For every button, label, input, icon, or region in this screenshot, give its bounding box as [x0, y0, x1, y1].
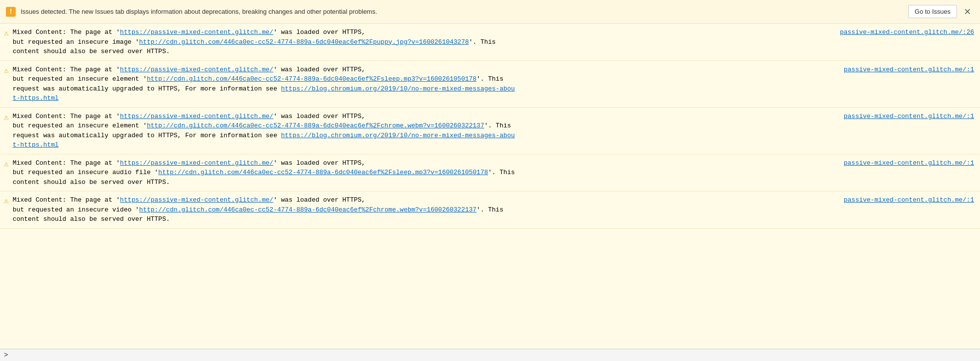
message-line4: t-https.html: [13, 140, 974, 150]
message-line4: t-https.html: [13, 93, 974, 103]
source-link[interactable]: passive-mixed-content.glitch.me/:1: [844, 158, 974, 168]
go-to-issues-button[interactable]: Go to Issues: [908, 5, 957, 18]
message-line2: but requested an insecure video 'http://…: [13, 205, 974, 215]
message-line1: Mixed Content: The page at 'https://pass…: [13, 195, 366, 205]
message-row: ⚠ Mixed Content: The page at 'https://pa…: [0, 108, 980, 154]
message-line1: Mixed Content: The page at 'https://pass…: [13, 65, 366, 75]
info-url-link[interactable]: https://blog.chromium.org/2019/10/no-mor…: [281, 85, 515, 92]
bottom-bar: >: [0, 349, 980, 361]
issues-banner-right: Go to Issues ✕: [908, 5, 974, 18]
warning-triangle-icon: ⚠: [4, 65, 9, 76]
message-row: ⚠ Mixed Content: The page at 'https://pa…: [0, 61, 980, 108]
message-top-line: Mixed Content: The page at 'https://pass…: [13, 158, 974, 168]
message-content: Mixed Content: The page at 'https://pass…: [13, 65, 974, 103]
issues-banner-text: Issues detected. The new Issues tab disp…: [21, 8, 377, 15]
message-line3: request was automatically upgraded to HT…: [13, 84, 974, 94]
issues-banner-left: ! Issues detected. The new Issues tab di…: [6, 7, 377, 17]
message-line3: content should also be served over HTTPS…: [13, 214, 974, 224]
source-link[interactable]: passive-mixed-content.glitch.me/:1: [844, 195, 974, 205]
resource-url-link[interactable]: http://cdn.glitch.com/446ca0ec-cc52-4774…: [158, 169, 488, 176]
page-url-link[interactable]: https://passive-mixed-content.glitch.me/: [120, 159, 273, 167]
message-row: ⚠ Mixed Content: The page at 'https://pa…: [0, 154, 980, 192]
console-panel: ! Issues detected. The new Issues tab di…: [0, 0, 980, 361]
resource-url-link[interactable]: http://cdn.glitch.com/446ca0ec-cc52-4774…: [147, 75, 477, 83]
info-url-link-cont[interactable]: t-https.html: [13, 94, 59, 102]
message-line2: but requested an insecure image 'http://…: [13, 37, 974, 47]
message-line1: Mixed Content: The page at 'https://pass…: [13, 158, 366, 168]
messages-area: ⚠ Mixed Content: The page at 'https://pa…: [0, 24, 980, 349]
message-line1: Mixed Content: The page at 'https://pass…: [13, 28, 366, 37]
source-link[interactable]: passive-mixed-content.glitch.me/:26: [840, 28, 974, 37]
message-row: ⚠ Mixed Content: The page at 'https://pa…: [0, 191, 980, 229]
message-line3: request was automatically upgraded to HT…: [13, 131, 974, 141]
info-url-link-cont[interactable]: t-https.html: [13, 141, 59, 149]
page-url-link[interactable]: https://passive-mixed-content.glitch.me/: [120, 66, 273, 73]
resource-url-link[interactable]: http://cdn.glitch.com/446ca0ec-cc52-4774…: [139, 206, 477, 213]
message-line1: Mixed Content: The page at 'https://pass…: [13, 112, 366, 121]
message-top-line: Mixed Content: The page at 'https://pass…: [13, 28, 974, 37]
issues-banner: ! Issues detected. The new Issues tab di…: [0, 0, 980, 24]
warning-triangle-icon: ⚠: [4, 28, 9, 39]
close-button[interactable]: ✕: [961, 5, 974, 18]
message-content: Mixed Content: The page at 'https://pass…: [13, 195, 974, 224]
message-top-line: Mixed Content: The page at 'https://pass…: [13, 65, 974, 75]
message-content: Mixed Content: The page at 'https://pass…: [13, 112, 974, 150]
page-url-link[interactable]: https://passive-mixed-content.glitch.me/: [120, 29, 273, 36]
message-content: Mixed Content: The page at 'https://pass…: [13, 28, 974, 57]
message-top-line: Mixed Content: The page at 'https://pass…: [13, 112, 974, 121]
console-prompt-icon: >: [4, 351, 8, 359]
page-url-link[interactable]: https://passive-mixed-content.glitch.me/: [120, 113, 273, 120]
message-line2: but requested an insecure element 'http:…: [13, 121, 974, 131]
message-line2: but requested an insecure audio file 'ht…: [13, 168, 974, 178]
warning-triangle-icon: ⚠: [4, 112, 9, 123]
source-link[interactable]: passive-mixed-content.glitch.me/:1: [844, 65, 974, 75]
message-line3: content should also be served over HTTPS…: [13, 47, 974, 57]
info-url-link[interactable]: https://blog.chromium.org/2019/10/no-mor…: [281, 132, 515, 139]
source-link[interactable]: passive-mixed-content.glitch.me/:1: [844, 112, 974, 121]
page-url-link[interactable]: https://passive-mixed-content.glitch.me/: [120, 196, 273, 204]
message-top-line: Mixed Content: The page at 'https://pass…: [13, 195, 974, 205]
warning-triangle-icon: ⚠: [4, 196, 9, 207]
warning-triangle-icon: ⚠: [4, 159, 9, 170]
resource-url-link[interactable]: http://cdn.glitch.com/446ca0ec-cc52-4774…: [147, 122, 485, 129]
warning-icon: !: [6, 7, 16, 17]
resource-url-link[interactable]: http://cdn.glitch.com/446ca0ec-cc52-4774…: [139, 38, 469, 46]
message-content: Mixed Content: The page at 'https://pass…: [13, 158, 974, 187]
message-row: ⚠ Mixed Content: The page at 'https://pa…: [0, 24, 980, 61]
message-line2: but requested an insecure element 'http:…: [13, 74, 974, 84]
message-line3: content should also be served over HTTPS…: [13, 178, 974, 187]
